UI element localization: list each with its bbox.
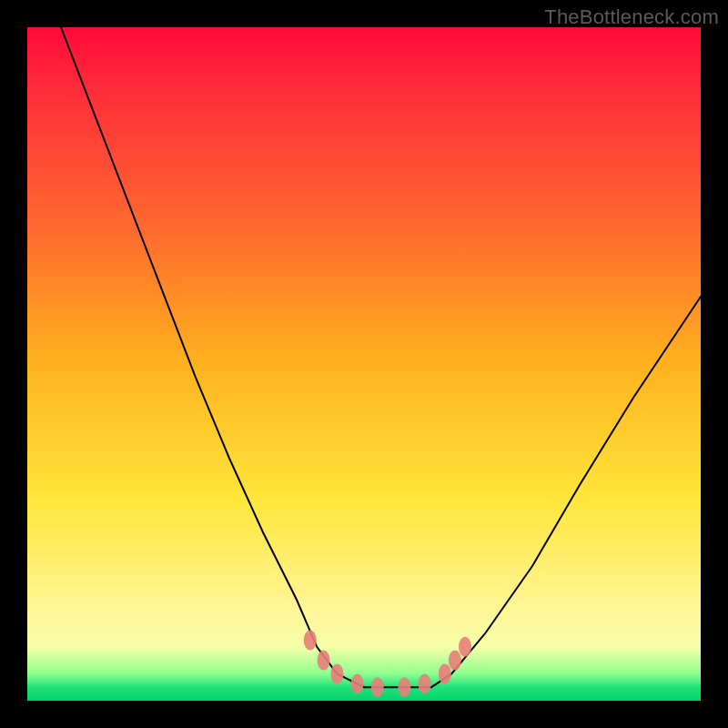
curve-marker <box>459 637 471 657</box>
chart-frame: TheBottleneck.com <box>0 0 728 728</box>
curve-marker <box>419 674 431 694</box>
plot-area <box>27 27 701 701</box>
curve-marker <box>351 674 364 694</box>
curve-marker <box>330 663 343 683</box>
bottleneck-curve <box>61 27 701 687</box>
watermark-text: TheBottleneck.com <box>544 5 719 29</box>
curve-marker <box>318 651 330 671</box>
curve-marker <box>439 663 451 683</box>
curve-layer <box>27 27 701 701</box>
curve-marker <box>398 677 410 697</box>
curve-marker <box>371 677 384 697</box>
curve-marker <box>449 651 461 671</box>
curve-marker <box>304 630 317 650</box>
